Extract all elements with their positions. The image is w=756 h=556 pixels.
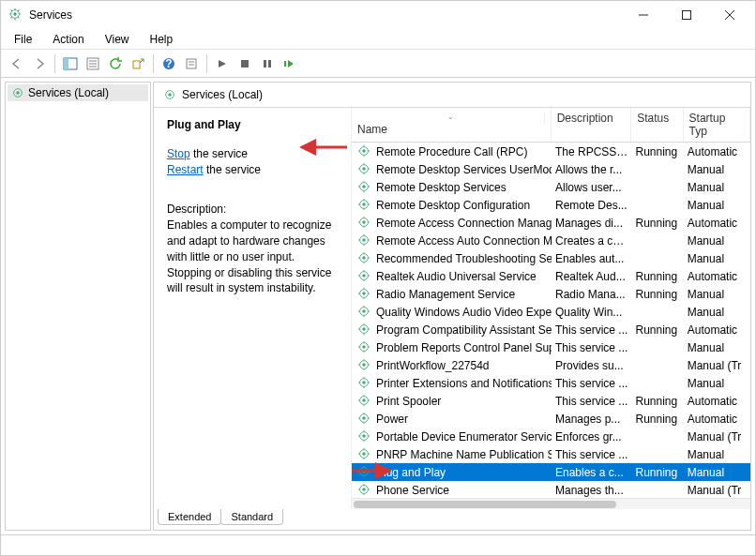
menu-view[interactable]: View bbox=[96, 31, 139, 48]
cell-status: Running bbox=[631, 217, 683, 230]
cell-description: Enforces gr... bbox=[552, 430, 631, 443]
table-row[interactable]: Remote Desktop ConfigurationRemote Des..… bbox=[352, 196, 750, 214]
description-text: Enables a computer to recognize and adap… bbox=[167, 218, 338, 296]
cell-status: Running bbox=[631, 270, 683, 283]
table-row[interactable]: PNRP Machine Name Publication Ser...This… bbox=[352, 445, 750, 463]
stop-service-button[interactable] bbox=[234, 53, 255, 74]
cell-description: Manages th... bbox=[552, 484, 631, 497]
cell-startup: Manual bbox=[684, 377, 750, 390]
scrollbar-thumb[interactable] bbox=[354, 501, 616, 508]
menu-help[interactable]: Help bbox=[141, 31, 183, 48]
table-row[interactable]: Remote Desktop Services UserMode ...Allo… bbox=[352, 160, 750, 178]
rows-container[interactable]: 1 Remote Procedure Call (RPC)The RPCSS s… bbox=[352, 143, 750, 498]
column-header-status[interactable]: Status bbox=[631, 108, 683, 142]
start-service-button[interactable] bbox=[212, 53, 233, 74]
restart-service-button[interactable] bbox=[280, 53, 300, 74]
gear-icon bbox=[357, 429, 372, 444]
svg-point-31 bbox=[362, 167, 366, 171]
column-header-name[interactable]: ⌄Name bbox=[352, 108, 552, 142]
menu-bar: File Action View Help bbox=[1, 29, 755, 50]
gear-icon bbox=[357, 251, 372, 266]
cell-startup: Manual (Tr bbox=[684, 359, 750, 372]
table-row[interactable]: Program Compatibility Assistant Serv...T… bbox=[352, 321, 750, 338]
table-row[interactable]: Recommended Troubleshooting Serv...Enabl… bbox=[352, 249, 750, 267]
restart-service-link[interactable]: Restart bbox=[167, 163, 204, 176]
svg-point-49 bbox=[362, 327, 366, 331]
export-list-button[interactable] bbox=[128, 53, 148, 74]
stop-tail: the service bbox=[190, 147, 248, 160]
cell-name: Remote Desktop Configuration bbox=[376, 199, 530, 212]
cell-startup: Manual bbox=[684, 341, 750, 354]
maximize-button[interactable] bbox=[665, 1, 708, 29]
cell-startup: Manual (Tr bbox=[684, 484, 750, 497]
cell-description: Manages p... bbox=[552, 413, 631, 426]
svg-point-47 bbox=[362, 309, 366, 313]
svg-rect-7 bbox=[64, 58, 68, 69]
gear-icon bbox=[357, 216, 372, 231]
cell-name: Power bbox=[376, 413, 408, 426]
table-row[interactable]: Phone ServiceManages th...Manual (Tr bbox=[352, 481, 750, 498]
svg-point-45 bbox=[362, 292, 366, 295]
refresh-button[interactable] bbox=[105, 53, 126, 74]
stop-service-link[interactable]: Stop bbox=[167, 147, 190, 160]
table-row[interactable]: Remote Access Auto Connection Ma...Creat… bbox=[352, 232, 750, 249]
table-row[interactable]: Plug and PlayEnables a c...RunningManual bbox=[352, 463, 750, 481]
table-row[interactable]: Remote Access Connection ManagerManages … bbox=[352, 214, 750, 232]
properties-button[interactable] bbox=[83, 53, 103, 74]
properties-button-2[interactable] bbox=[181, 53, 202, 74]
gear-icon bbox=[357, 162, 372, 177]
tab-standard[interactable]: Standard bbox=[220, 509, 283, 525]
tab-extended[interactable]: Extended bbox=[158, 509, 221, 525]
table-row[interactable]: Remote Desktop ServicesAllows user...Man… bbox=[352, 178, 750, 196]
pause-service-button[interactable] bbox=[257, 53, 278, 74]
svg-point-67 bbox=[362, 488, 366, 491]
cell-startup: Manual (Tr bbox=[684, 430, 750, 443]
help-button[interactable]: ? bbox=[159, 53, 179, 74]
table-row[interactable]: Remote Procedure Call (RPC)The RPCSS s..… bbox=[352, 143, 750, 160]
show-hide-tree-button[interactable] bbox=[60, 53, 81, 74]
gear-icon bbox=[357, 269, 372, 284]
svg-point-1 bbox=[13, 12, 17, 16]
svg-rect-15 bbox=[187, 59, 196, 68]
menu-file[interactable]: File bbox=[5, 31, 41, 48]
services-app-icon bbox=[8, 8, 23, 23]
tree-node-services-local[interactable]: Services (Local) bbox=[8, 84, 148, 101]
gear-icon bbox=[357, 340, 372, 355]
sort-indicator-icon: ⌄ bbox=[357, 112, 545, 123]
svg-point-59 bbox=[362, 416, 366, 420]
table-row[interactable]: Radio Management ServiceRadio Mana...Run… bbox=[352, 285, 750, 303]
menu-action[interactable]: Action bbox=[43, 31, 93, 48]
table-row[interactable]: Problem Reports Control Panel Supp...Thi… bbox=[352, 338, 750, 356]
table-row[interactable]: Portable Device Enumerator ServiceEnforc… bbox=[352, 428, 750, 445]
table-row[interactable]: Quality Windows Audio Video Experi...Qua… bbox=[352, 303, 750, 321]
minimize-button[interactable] bbox=[622, 1, 665, 29]
svg-text:?: ? bbox=[165, 57, 172, 70]
svg-rect-12 bbox=[133, 61, 140, 68]
svg-point-33 bbox=[362, 185, 366, 188]
column-header-description[interactable]: Description bbox=[552, 108, 632, 142]
cell-description: Allows the r... bbox=[552, 163, 631, 176]
cell-name: Remote Access Auto Connection Ma... bbox=[376, 234, 552, 248]
table-row[interactable]: Realtek Audio Universal ServiceRealtek A… bbox=[352, 267, 750, 285]
table-row[interactable]: PrintWorkflow_22754dProvides su...Manual… bbox=[352, 356, 750, 374]
cell-name: Remote Procedure Call (RPC) bbox=[376, 145, 527, 158]
forward-button[interactable] bbox=[29, 53, 50, 74]
table-row[interactable]: Printer Extensions and NotificationsThis… bbox=[352, 374, 750, 392]
cell-description: Creates a co... bbox=[552, 234, 631, 248]
cell-name: Printer Extensions and Notifications bbox=[376, 377, 552, 390]
cell-name: Radio Management Service bbox=[376, 288, 515, 301]
horizontal-scrollbar[interactable] bbox=[352, 498, 750, 509]
table-row[interactable]: PowerManages p...RunningAutomatic bbox=[352, 410, 750, 428]
window-title: Services bbox=[29, 8, 622, 22]
close-button[interactable] bbox=[708, 1, 751, 29]
gear-icon bbox=[357, 376, 372, 391]
column-header-startup[interactable]: Startup Typ bbox=[684, 108, 750, 142]
restart-tail: the service bbox=[204, 163, 261, 176]
cell-name: PrintWorkflow_22754d bbox=[376, 359, 490, 372]
svg-point-25 bbox=[168, 93, 172, 97]
description-label: Description: bbox=[167, 202, 338, 218]
back-button[interactable] bbox=[7, 53, 27, 74]
table-row[interactable]: Print SpoolerThis service ...RunningAuto… bbox=[352, 392, 750, 410]
cell-startup: Manual bbox=[684, 252, 750, 265]
cell-startup: Manual bbox=[684, 306, 750, 319]
